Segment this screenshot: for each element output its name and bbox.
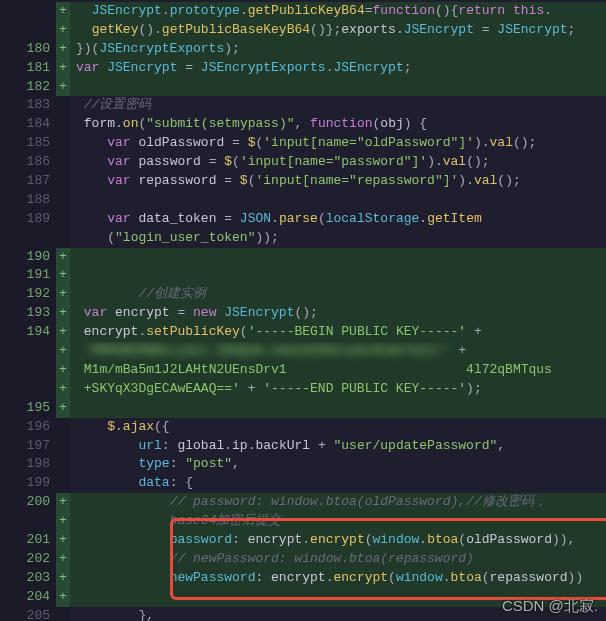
- diff-marker: [56, 436, 70, 455]
- line-number: 201: [0, 531, 56, 550]
- token: [131, 172, 139, 191]
- code-line[interactable]: url: global.ip.backUrl + "user/updatePas…: [70, 436, 606, 455]
- code-line[interactable]: 💡 password: encrypt.encrypt(window.btoa(…: [70, 531, 606, 550]
- diff-marker: [56, 134, 70, 153]
- token: =: [170, 304, 193, 323]
- line-number: 200: [0, 493, 56, 512]
- code-line[interactable]: var data_token = JSON.parse(localStorage…: [70, 210, 606, 229]
- code-line[interactable]: var repassword = $('input[name="repasswo…: [70, 172, 606, 191]
- token: val: [490, 134, 513, 153]
- line-number: 196: [0, 418, 56, 437]
- code-line[interactable]: data: {: [70, 474, 606, 493]
- code-line[interactable]: [70, 78, 606, 97]
- line-number: 193: [0, 304, 56, 323]
- diff-marker: [56, 210, 70, 229]
- token: window: [373, 531, 420, 550]
- token: function: [310, 115, 372, 134]
- diff-marker: [56, 607, 70, 622]
- token: .: [396, 21, 404, 40]
- lightbulb-icon[interactable]: 💡: [70, 533, 71, 550]
- token: ();: [466, 153, 489, 172]
- code-line[interactable]: //设置密码: [70, 96, 606, 115]
- token: ()};: [310, 21, 341, 40]
- code-line[interactable]: getKey().getPublicBaseKeyB64()};exports.…: [70, 21, 606, 40]
- token: (: [232, 153, 240, 172]
- token: JSEncryptExports: [99, 40, 224, 59]
- code-line[interactable]: [70, 191, 606, 210]
- code-line[interactable]: // password: window.btoa(oldPassword),//…: [70, 493, 606, 512]
- code-line[interactable]: var encrypt = new JSEncrypt();: [70, 304, 606, 323]
- code-line[interactable]: +SKYqX3DgECAwEAAQ==' + '-----END PUBLIC …: [70, 380, 606, 399]
- line-number: 202: [0, 550, 56, 569]
- token: ;: [568, 21, 576, 40]
- token: ).: [458, 172, 474, 191]
- token: encrypt: [115, 304, 170, 323]
- code-line[interactable]: [70, 248, 606, 267]
- token: )),: [552, 531, 575, 550]
- token: ip: [232, 437, 248, 456]
- token: ).: [474, 134, 490, 153]
- diff-marker: [56, 418, 70, 437]
- code-line[interactable]: var JSEncrypt = JSEncryptExports.JSEncry…: [70, 59, 606, 78]
- token: ,: [497, 437, 505, 456]
- code-line[interactable]: base64加密后提交: [70, 512, 606, 531]
- line-number: [0, 229, 56, 248]
- code-line[interactable]: 'MMM8BEMWBkijbk1 EBAQUA.hAwCAZRAVcwOv9CA…: [70, 342, 606, 361]
- token: var: [76, 59, 99, 78]
- line-number: 185: [0, 134, 56, 153]
- token: ();: [513, 134, 536, 153]
- token: .: [115, 115, 123, 134]
- token: +: [466, 323, 489, 342]
- code-line[interactable]: ("login_user_token"));: [70, 229, 606, 248]
- code-line[interactable]: var password = $('input[name="password"]…: [70, 153, 606, 172]
- token: $: [248, 134, 256, 153]
- code-line[interactable]: [70, 399, 606, 418]
- token: JSEncrypt: [107, 59, 177, 78]
- token: [287, 361, 466, 380]
- code-line[interactable]: })(JSEncryptExports);: [70, 40, 606, 59]
- token: // newPassword: window.btoa(repassword): [170, 550, 474, 569]
- code-line[interactable]: //创建实例: [70, 285, 606, 304]
- line-number: 180: [0, 40, 56, 59]
- token: type: [138, 455, 169, 474]
- diff-marker: [56, 361, 70, 380]
- code-line[interactable]: $.ajax({: [70, 418, 606, 437]
- token: +: [450, 342, 473, 361]
- token: );: [466, 380, 482, 399]
- token: var: [84, 304, 107, 323]
- line-number: [0, 380, 56, 399]
- token: 'input[name="password"]': [240, 153, 427, 172]
- code-line[interactable]: encrypt.setPublicKey('-----BEGIN PUBLIC …: [70, 323, 606, 342]
- token: parse: [279, 210, 318, 229]
- line-number: 197: [0, 436, 56, 455]
- code-editor: 1801811821831841851861871881891901911921…: [0, 0, 606, 621]
- token: ();: [497, 172, 520, 191]
- token: [99, 59, 107, 78]
- code-line[interactable]: [70, 266, 606, 285]
- token: (: [388, 569, 396, 588]
- code-line[interactable]: type: "post",: [70, 455, 606, 474]
- code-line[interactable]: M1m/mBa5m1J2LAHtN2UEnsDrv1 4l72qBMTqus: [70, 361, 606, 380]
- line-number: 186: [0, 153, 56, 172]
- code-line[interactable]: form.on("submit(setmypass)", function(ob…: [70, 115, 606, 134]
- token: getPublicKeyB64: [248, 2, 365, 21]
- token: //创建实例: [138, 285, 206, 304]
- diff-marker: [56, 323, 70, 342]
- token: getKey: [92, 21, 139, 40]
- code-line[interactable]: var oldPassword = $('input[name="oldPass…: [70, 134, 606, 153]
- token: [131, 153, 139, 172]
- token: JSEncrypt: [404, 21, 474, 40]
- token: (: [373, 115, 381, 134]
- code-line[interactable]: newPassword: encrypt.encrypt(window.btoa…: [70, 569, 606, 588]
- token: +: [240, 380, 263, 399]
- code-line[interactable]: JSEncrypt.prototype.getPublicKeyB64=func…: [70, 2, 606, 21]
- token: ;: [404, 59, 412, 78]
- token: .: [115, 418, 123, 437]
- code-line[interactable]: // newPassword: window.btoa(repassword): [70, 550, 606, 569]
- code-area[interactable]: JSEncrypt.prototype.getPublicKeyB64=func…: [70, 0, 606, 621]
- diff-marker: [56, 172, 70, 191]
- token: : {: [170, 474, 193, 493]
- token: (: [482, 569, 490, 588]
- diff-marker: [56, 78, 70, 97]
- line-number: 183: [0, 96, 56, 115]
